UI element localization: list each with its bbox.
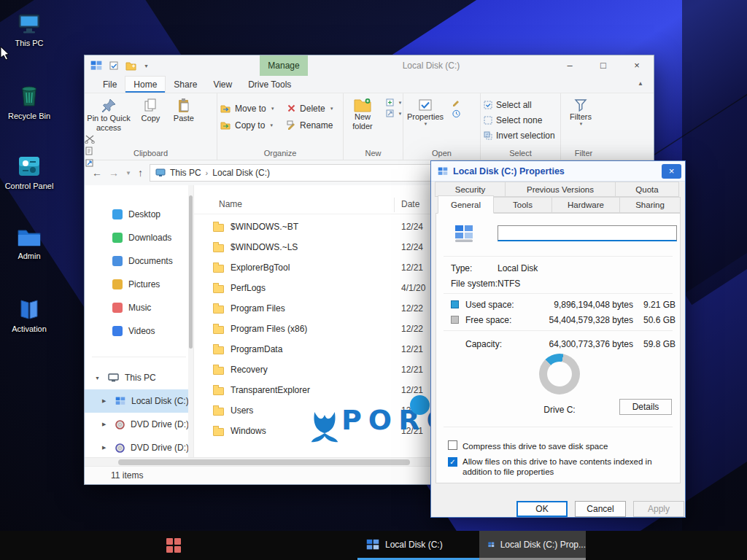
easy-access-dropdown-icon: ▼	[398, 112, 402, 116]
documents-folder-icon	[112, 256, 123, 266]
music-folder-icon	[112, 303, 123, 313]
tab-quota[interactable]: Quota	[615, 182, 679, 197]
maximize-button[interactable]: □	[587, 55, 620, 76]
sidebar-item-downloads[interactable]: Downloads	[85, 226, 193, 249]
expand-chevron-icon[interactable]: ▶	[102, 421, 109, 427]
column-divider[interactable]	[394, 198, 395, 212]
ok-button[interactable]: OK	[516, 501, 568, 517]
pin-to-quick-access-label: Pin to Quick access	[87, 114, 131, 132]
history-icon[interactable]	[452, 109, 461, 118]
manage-contextual-tab[interactable]: Manage	[260, 55, 308, 76]
desktop-icon-recycle-bin[interactable]: Recycle Bin	[1, 83, 57, 121]
sidebar-item-videos[interactable]: Videos	[85, 319, 193, 343]
taskbar-app-properties[interactable]: Local Disk (C:) Prop...	[479, 531, 586, 560]
type-value: Local Disk	[498, 263, 538, 273]
sidebar-item-desktop[interactable]: Desktop	[85, 203, 193, 226]
tab-home[interactable]: Home	[125, 76, 166, 93]
desktop-icon-activation[interactable]: Activation	[1, 298, 57, 334]
select-none-icon	[484, 116, 492, 125]
desktop-icon-this-pc[interactable]: This PC	[1, 12, 57, 48]
select-none-button[interactable]: Select none	[481, 112, 560, 128]
up-icon[interactable]: ↑	[138, 167, 143, 179]
folder-icon	[213, 326, 224, 334]
back-icon[interactable]: ←	[92, 167, 102, 179]
close-button[interactable]: ×	[620, 55, 654, 76]
desktop-icon-label: Admin	[18, 252, 40, 261]
expand-chevron-icon[interactable]: ▶	[102, 398, 109, 404]
move-to-button[interactable]: Move to ▼	[217, 100, 278, 117]
sidebar-separator	[92, 347, 186, 357]
copy-button[interactable]: Copy	[136, 96, 165, 123]
recent-locations-icon[interactable]: ▼	[125, 170, 131, 176]
qat-properties-icon[interactable]	[109, 61, 119, 71]
column-header-name[interactable]: Name	[219, 199, 242, 209]
sidebar-item-documents[interactable]: Documents	[85, 249, 193, 273]
dialog-close-button[interactable]: ×	[662, 164, 681, 179]
invert-selection-label: Invert selection	[496, 131, 555, 141]
sidebar-item-dvd-drive-1[interactable]: ▶ DVD Drive (D:)	[85, 413, 193, 436]
qat-new-folder-icon[interactable]	[125, 61, 136, 71]
tab-hardware[interactable]: Hardware	[551, 197, 620, 213]
details-button[interactable]: Details	[619, 399, 672, 415]
apply-button[interactable]: Apply	[633, 501, 684, 517]
tab-file[interactable]: File	[95, 76, 125, 93]
tab-view[interactable]: View	[205, 76, 240, 93]
expand-chevron-icon[interactable]: ▶	[102, 445, 109, 451]
delete-dropdown-icon: ▼	[330, 106, 334, 111]
volume-label-input[interactable]	[498, 225, 677, 241]
compress-checkbox[interactable]	[448, 440, 457, 450]
paste-shortcut-icon[interactable]	[85, 158, 95, 167]
collapse-chevron-icon[interactable]: ▼	[95, 376, 102, 381]
tab-tools[interactable]: Tools	[493, 197, 552, 213]
ribbon-collapse-icon[interactable]: ▲	[638, 80, 643, 87]
tab-drive-tools[interactable]: Drive Tools	[240, 76, 299, 93]
tab-share[interactable]: Share	[166, 76, 205, 93]
indexing-checkbox-label[interactable]: Allow files on this drive to have conten…	[462, 456, 676, 478]
tab-security[interactable]: Security	[435, 182, 506, 197]
drive-caption: Drive C:	[523, 405, 596, 415]
sidebar-item-this-pc[interactable]: ▼ This PC	[85, 366, 193, 389]
cancel-button[interactable]: Cancel	[575, 501, 626, 517]
ribbon-group-clipboard: Pin to Quick access Copy Paste Clipboard	[85, 93, 217, 160]
cut-icon[interactable]	[85, 135, 95, 144]
compress-checkbox-label[interactable]: Compress this drive to save disk space	[462, 441, 676, 451]
copy-to-button[interactable]: Copy to ▼	[217, 117, 278, 133]
forward-icon[interactable]: →	[109, 167, 119, 179]
scrollbar-thumb[interactable]	[189, 195, 193, 349]
breadcrumb-this-pc[interactable]: This PC	[170, 168, 201, 178]
minimize-button[interactable]: –	[553, 55, 587, 76]
desktop-icon-control-panel[interactable]: Control Panel	[1, 155, 57, 191]
invert-selection-icon	[484, 131, 492, 140]
rename-button[interactable]: Rename	[284, 117, 337, 133]
free-space-bytes: 54,404,579,328 bytes	[549, 315, 633, 325]
start-button[interactable]	[166, 538, 181, 553]
rename-icon	[287, 120, 296, 130]
qat-dropdown-icon[interactable]: ▼	[144, 63, 149, 69]
tab-sharing[interactable]: Sharing	[619, 197, 681, 213]
sidebar-item-dvd-drive-2[interactable]: ▶ DVD Drive (D:)	[85, 436, 193, 459]
paste-button[interactable]: Paste	[169, 96, 199, 123]
sidebar-item-pictures[interactable]: Pictures	[85, 273, 193, 296]
sidebar-item-local-disk-c[interactable]: ▶ Local Disk (C:)	[85, 389, 193, 413]
taskbar-app-local-disk[interactable]: Local Disk (C:)	[357, 531, 479, 560]
easy-access-icon[interactable]	[386, 109, 395, 117]
select-all-button[interactable]: Select all	[481, 97, 560, 112]
delete-button[interactable]: Delete ▼	[284, 100, 337, 117]
new-item-icon[interactable]	[386, 98, 395, 106]
invert-selection-button[interactable]: Invert selection	[481, 128, 560, 143]
scrollbar-thumb[interactable]	[118, 459, 410, 465]
column-header-date[interactable]: Date	[401, 199, 419, 209]
breadcrumb-current[interactable]: Local Disk (C:)	[212, 168, 270, 178]
edit-icon[interactable]	[452, 98, 461, 106]
tab-previous-versions[interactable]: Previous Versions	[505, 182, 616, 197]
sidebar-item-music[interactable]: Music	[85, 296, 193, 319]
sidebar-scrollbar[interactable]	[188, 185, 193, 457]
properties-button[interactable]: Properties ▼	[403, 96, 447, 127]
desktop-icon-admin[interactable]: Admin	[1, 226, 57, 261]
tab-general[interactable]: General	[438, 195, 494, 214]
filters-button[interactable]: Filters ▼	[561, 96, 600, 127]
indexing-checkbox[interactable]: ✓	[448, 457, 457, 467]
pin-to-quick-access-button[interactable]: Pin to Quick access	[85, 96, 133, 132]
new-folder-button[interactable]: New folder	[344, 96, 382, 131]
dialog-title: Local Disk (C:) Properties	[453, 166, 565, 176]
